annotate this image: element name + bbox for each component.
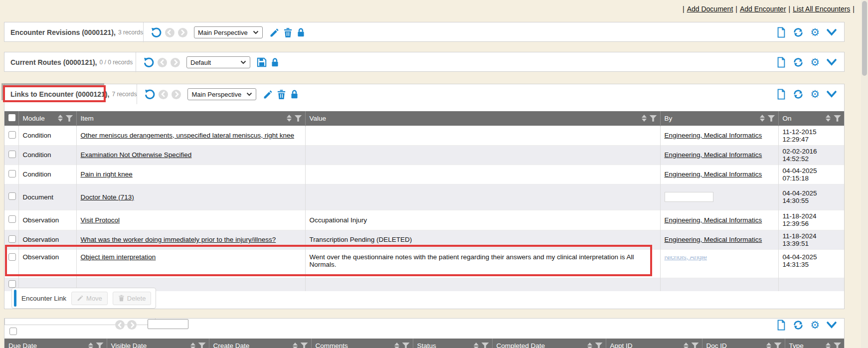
sort-icon[interactable] [642,115,647,122]
row-checkbox[interactable] [8,215,16,223]
column-header-visible-date[interactable]: Visible Date [107,339,209,348]
by-link[interactable]: Engineering, Medical Informatics [665,171,762,178]
filter-funnel-icon[interactable] [768,115,775,122]
perspective-select[interactable] [148,319,188,329]
column-header-completed-date[interactable]: Completed Date [492,339,606,348]
refresh-icon[interactable] [793,320,804,331]
add-encounter-link[interactable]: Add Encounter [740,5,786,13]
filter-funnel-icon[interactable] [595,343,603,348]
chevron-down-icon[interactable] [826,90,837,98]
gear-icon[interactable]: ⚙ [810,27,820,38]
column-header-due-date[interactable]: Due Date [4,339,107,348]
sort-icon[interactable] [58,115,63,122]
delete-trash-icon[interactable] [277,89,286,100]
sort-icon[interactable] [684,343,689,348]
item-link[interactable]: Visit Protocol [81,216,120,224]
lock-icon[interactable] [290,89,299,100]
filter-funnel-icon[interactable] [482,343,489,348]
item-link[interactable]: What was the worker doing immediately pr… [81,236,276,243]
filter-funnel-icon[interactable] [301,343,308,348]
lock-icon[interactable] [296,27,306,38]
item-link[interactable]: Doctor Note (713) [81,193,134,201]
edit-pencil-icon[interactable] [269,27,280,38]
next-record-icon[interactable] [171,58,180,67]
next-record-icon[interactable] [172,90,181,99]
undo-icon[interactable] [151,27,162,38]
sort-icon[interactable] [287,115,292,122]
row-checkbox[interactable] [8,170,16,177]
filter-funnel-icon[interactable] [402,343,410,348]
encounter-link-tab[interactable]: Encounter Link [21,295,66,302]
sort-icon[interactable] [474,343,479,348]
sort-icon[interactable] [760,115,765,122]
refresh-icon[interactable] [793,57,804,68]
lock-icon[interactable] [270,57,280,68]
perspective-select[interactable]: Main Perspective [194,26,263,38]
column-header-value[interactable]: Value [305,111,660,126]
row-checkbox[interactable] [8,280,16,288]
select-all-checkbox[interactable] [8,114,15,121]
by-link-obscured[interactable]: Nichols, Angie [665,253,707,261]
refresh-icon[interactable] [793,89,804,100]
filter-funnel-icon[interactable] [692,343,699,348]
column-header-comments[interactable]: Comments [311,339,413,348]
gear-icon[interactable]: ⚙ [810,57,820,68]
row-checkbox[interactable] [8,131,16,139]
by-link[interactable]: Engineering, Medical Informatics [665,216,762,224]
perspective-select[interactable]: Default [186,56,250,68]
new-document-icon[interactable] [776,89,786,100]
new-document-icon[interactable] [776,57,786,68]
filter-funnel-icon[interactable] [96,343,104,348]
sort-icon[interactable] [826,343,831,348]
row-checkbox[interactable] [8,192,16,200]
filter-funnel-icon[interactable] [650,115,657,122]
prev-record-icon[interactable] [159,90,168,99]
chevron-down-icon[interactable] [826,58,837,66]
prev-record-icon[interactable] [158,58,167,67]
sort-icon[interactable] [88,343,93,348]
move-button[interactable]: Move [71,292,108,305]
column-header-type[interactable]: Type [785,339,844,348]
select-all-header[interactable] [4,111,18,126]
sort-icon[interactable] [766,343,771,348]
column-header-item[interactable]: Item [76,111,305,126]
sort-icon[interactable] [587,343,592,348]
column-header-status[interactable]: Status [413,339,492,348]
new-document-icon[interactable] [776,320,786,331]
gear-icon[interactable]: ⚙ [810,89,820,100]
filter-funnel-icon[interactable] [774,343,782,348]
add-document-link[interactable]: Add Document [687,5,733,13]
by-link[interactable]: Engineering, Medical Informatics [665,236,762,243]
item-link[interactable]: Pain in right knee [81,171,133,178]
prev-record-icon[interactable] [115,320,125,330]
row-checkbox[interactable] [8,235,16,243]
delete-trash-icon[interactable] [283,27,293,38]
undo-icon[interactable] [143,57,154,68]
refresh-icon[interactable] [793,27,804,38]
sort-icon[interactable] [394,343,399,348]
filter-funnel-icon[interactable] [834,343,841,348]
item-link[interactable]: Other meniscus derangements, unspecified… [81,132,294,139]
list-all-encounters-link[interactable]: List All Encounters [793,5,850,13]
column-header-doc-id[interactable]: Doc ID [702,339,785,348]
column-header-by[interactable]: By [660,111,778,126]
chevron-down-icon[interactable] [826,321,837,329]
sort-icon[interactable] [293,343,298,348]
undo-icon[interactable] [144,89,155,100]
row-checkbox[interactable] [8,151,16,158]
row-checkbox[interactable] [9,328,17,335]
by-edit-input[interactable] [665,192,713,202]
scrollbar-thumb[interactable] [862,1,867,76]
filter-funnel-icon[interactable] [66,115,73,122]
chevron-down-icon[interactable] [826,28,837,36]
by-link[interactable]: Engineering, Medical Informatics [665,132,762,139]
perspective-select[interactable]: Main Perspective [187,88,256,100]
gear-icon[interactable]: ⚙ [810,320,820,331]
filter-funnel-icon[interactable] [198,343,206,348]
delete-button[interactable]: Delete [113,292,152,305]
next-record-icon[interactable] [178,28,187,37]
save-icon[interactable] [257,57,267,67]
column-header-on[interactable]: On [778,111,844,126]
vertical-scrollbar[interactable] [861,0,868,348]
filter-funnel-icon[interactable] [834,115,841,122]
